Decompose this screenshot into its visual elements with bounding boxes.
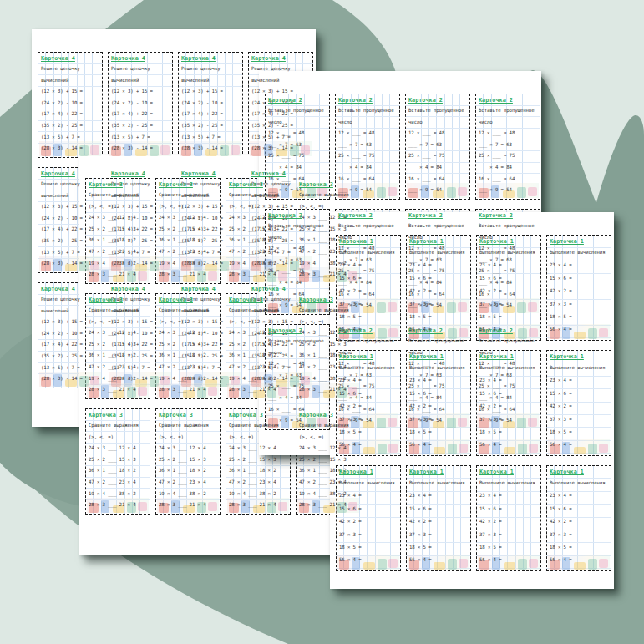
card-line: 18 × 5 = [550,426,610,439]
card-line: (>, <, =) [159,317,219,328]
card-line: Выполните вычисления [479,362,540,374]
worksheet-card-card4: Карточка 4Решите цепочкувычислений(12 × … [178,52,243,158]
card-line: 15 × 6 = [339,388,399,400]
card-line: 37 × 3 = [550,413,610,426]
card-line: Вставьте пропущенное [338,336,398,347]
card-line: (13 × 5) + 7 = [41,132,101,144]
card-line: 56 × 4 = [409,323,469,336]
card-title: Карточка 2 [408,211,469,221]
card-title: Карточка 2 [338,96,398,105]
card-title: Карточка 3 [89,296,149,305]
worksheet-card-card3: Карточка 3Сравните выражения(>, <, =)24 … [155,178,221,284]
card-line: 19 × 4 ___ 38 × 2 [159,258,219,270]
card-line: 25 × ___ = 75 [408,150,469,162]
card-line: (>, <, =) [229,432,289,444]
card-line: вычислений [251,75,312,87]
card-title: Карточка 3 [159,180,219,190]
worksheet-card-card1: Карточка 1Выполните вычисления23 × 4 =15… [476,465,541,571]
card-line: 56 × 4 = [479,554,540,566]
card-line: ___ × 7 = 63 [338,139,398,151]
card-title: Карточка 2 [268,211,328,221]
card-line: 37 × 3 = [479,298,540,311]
card-line: 23 × 4 = [479,489,540,502]
card-line: Сравните выражения [159,420,219,432]
card-line: ___ × 9 = 54 [479,185,539,196]
card-line: 16 × ___ = 64 [408,174,469,185]
card-line: 24 × 3 ___ 12 × 4 [89,327,149,339]
card-line: 19 × 4 ___ 38 × 2 [89,373,149,385]
card-line: Выполните вычисления [550,362,610,374]
card-line: 23 × 4 = [339,259,399,271]
card-line: 18 × 5 = [409,311,469,323]
card-line: 42 × 2 = [409,285,469,297]
card-title: Карточка 2 [408,96,469,105]
card-title: Карточка 4 [111,54,171,63]
worksheet-card-card2: Карточка 2Вставьте пропущенноечисло12 × … [265,94,330,200]
card-line: Вставьте пропущенное [408,105,469,117]
card-title: Карточка 1 [409,468,469,477]
card-line: 36 × 1 ___ 18 × 2 [89,350,149,362]
card-line: 56 × 4 = [550,554,610,566]
card-line: 18 × 5 = [479,541,540,554]
card-line: 23 × 4 = [550,374,610,387]
worksheet-card-card1: Карточка 1Выполните вычисления23 × 4 =15… [546,235,611,341]
card-title: Карточка 1 [409,237,469,246]
card-title: Карточка 4 [251,54,312,63]
card-line: 37 × 3 = [479,529,540,541]
worksheet-card-card4: Карточка 4Решите цепочкувычислений(12 × … [108,52,173,158]
card-line: вычислений [111,75,171,87]
card-line: Вставьте пропущенное [408,221,469,232]
card-line: 12 × ___ = 48 [268,128,328,139]
card-line: 16 × ___ = 64 [268,174,328,185]
card-line: 28 × 3 ___ 21 × 4 [159,269,219,281]
card-line: число [338,117,398,129]
card-line: (28 × 3) - 14 = [41,143,101,155]
worksheet-card-card1: Карточка 1Выполните вычисления23 × 4 =15… [406,235,471,341]
card-line: Выполните вычисления [339,246,399,259]
card-line: 15 × 6 = [550,388,610,400]
card-line: 16 × ___ = 64 [479,174,539,185]
card-line: Сравните выражения [89,420,149,432]
card-line: 25 × 2 ___ 15 × 3 [89,339,149,351]
card-line: Вставьте пропущенное [408,336,469,347]
card-title: Карточка 1 [479,237,540,246]
worksheet-card-card1: Карточка 1Выполните вычисления23 × 4 =15… [546,350,611,456]
card-line: 56 × 4 = [339,323,399,336]
card-line: 47 × 2 ___ 23 × 4 [89,477,149,489]
card-line: 16 × ___ = 64 [268,289,328,301]
card-line: 18 × 5 = [479,426,540,439]
card-title: Карточка 4 [41,54,101,63]
card-line: вычислений [41,75,101,87]
worksheet-card-card1: Карточка 1Выполните вычисления23 × 4 =15… [336,350,401,456]
card-line: 47 × 2 ___ 23 × 4 [89,246,149,258]
card-title: Карточка 4 [41,170,101,179]
card-line: Решите цепочку [251,63,312,75]
card-line: 37 × 3 = [339,413,399,426]
card-title: Карточка 1 [550,237,610,246]
card-line: число [268,117,328,129]
card-line: 25 × ___ = 75 [268,381,328,393]
card-line: 19 × 4 ___ 38 × 2 [159,373,219,385]
card-line: ___ × 4 = 84 [268,393,328,404]
card-line: 42 × 2 = [409,515,469,528]
card-line: ___ × 9 = 54 [268,185,328,196]
card-line: 15 × 6 = [550,503,610,515]
card-line: 36 × 1 ___ 18 × 2 [159,465,219,477]
card-line: 36 × 1 ___ 18 × 2 [229,465,289,477]
card-line: 24 × 3 ___ 12 × 4 [89,443,149,454]
card-line: 23 × 4 = [409,374,469,387]
card-line: 56 × 4 = [339,554,399,566]
card-line: 37 × 3 = [339,529,399,541]
card-line: 37 × 3 = [550,529,610,541]
card-line: 37 × 3 = [409,529,469,541]
card-line: (35 × 2) - 25 = [181,120,241,132]
card-line: 42 × 2 = [409,400,469,413]
card-title: Карточка 4 [181,170,241,179]
card-line: 56 × 4 = [550,323,610,336]
worksheet-card-card1: Карточка 1Выполните вычисления23 × 4 =15… [476,235,541,341]
card-line: число [479,117,539,129]
card-line: Вставьте пропущенное [479,221,539,232]
card-line: 37 × 3 = [479,413,540,426]
card-line: ___ × 7 = 63 [268,139,328,151]
card-line: 25 × 2 ___ 15 × 3 [229,454,289,466]
